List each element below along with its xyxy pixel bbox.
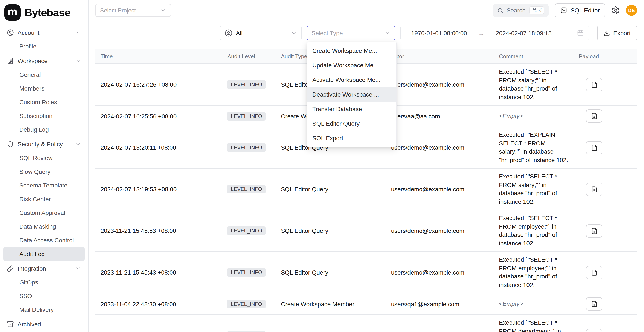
search-icon [497,7,504,13]
actor-filter-value: All [236,30,242,36]
user-avatar[interactable]: DE [626,5,637,16]
payload-button[interactable] [586,78,602,91]
dropdown-option-sql-export[interactable]: SQL Export [307,131,396,146]
project-select[interactable]: Select Project [96,4,171,17]
cell-payload [574,252,637,293]
sidebar-item-custom-roles[interactable]: Custom Roles [4,95,85,109]
sidebar-item-sql-review[interactable]: SQL Review [4,151,85,165]
cell-actor: users/demo@example.com [386,127,494,168]
topbar: Select Project Search ⌘ K SQL Editor DE [88,0,644,20]
bytebase-app: m Bytebase AccountProfileWorkspaceGenera… [0,0,644,332]
sidebar-item-mail-delivery[interactable]: Mail Delivery [4,303,85,317]
type-select[interactable]: Select Type [307,26,395,40]
payload-button[interactable] [586,109,602,123]
date-to: 2024-02-07 18:09:13 [496,30,552,36]
column-header-comment: Comment [494,49,574,64]
bytebase-logo-icon: m [4,4,20,20]
cell-audit-level: LEVEL_INFO [222,127,276,168]
cell-audit-level: LEVEL_INFO [222,105,276,127]
sidebar-item-data-access-control[interactable]: Data Access Control [4,233,85,247]
cell-payload [574,64,637,105]
cell-actor: users/aa@aa.com [386,105,494,127]
dropdown-option-deactivate-workspace[interactable]: Deactivate Workspace ... [307,87,396,102]
cell-comment: Executed `"SELECT * FROM salary;"` in da… [494,168,574,210]
cell-audit-level: LEVEL_INFO [222,210,276,252]
file-icon [591,301,598,307]
dropdown-option-update-workspace-me[interactable]: Update Workspace Me... [307,58,396,72]
sidebar-section-label: Account [18,29,39,36]
file-icon [591,81,598,88]
cell-audit-level: LEVEL_INFO [222,252,276,293]
settings-gear-icon[interactable] [611,6,620,14]
sidebar-item-audit-log[interactable]: Audit Log [4,247,85,261]
cell-time: 2023-11-04 21:26:34 +08:00 [96,315,222,332]
sidebar-item-risk-center[interactable]: Risk Center [4,192,85,206]
table-row: 2023-11-04 22:48:30 +08:00LEVEL_INFOCrea… [96,293,637,315]
file-icon [591,186,598,192]
empty-comment: <Empty> [499,300,523,307]
level-badge: LEVEL_INFO [228,331,266,332]
sidebar-item-subscription[interactable]: Subscription [4,109,85,123]
sidebar-item-profile[interactable]: Profile [4,39,85,53]
sidebar-section-integration[interactable]: Integration [4,262,85,275]
sidebar-section-archived[interactable]: Archived [4,318,85,331]
chevron-down-icon [75,58,81,64]
dropdown-option-transfer-database[interactable]: Transfer Database [307,102,396,116]
archive-icon [7,321,14,328]
date-range-picker[interactable]: 1970-01-01 08:00:00 → 2024-02-07 18:09:1… [400,26,590,40]
sidebar-item-general[interactable]: General [4,68,85,81]
bytebase-logo[interactable]: m Bytebase [4,3,85,25]
chevron-down-icon [75,141,81,147]
project-select-placeholder: Select Project [100,7,136,13]
chevron-down-icon [160,7,166,13]
sidebar-item-gitops[interactable]: GitOps [4,275,85,289]
payload-button[interactable] [586,224,602,237]
payload-button[interactable] [586,141,602,154]
sidebar-item-data-masking[interactable]: Data Masking [4,220,85,233]
sidebar-item-slow-query[interactable]: Slow Query [4,165,85,178]
cell-time: 2024-02-07 13:20:11 +08:00 [96,127,222,168]
calendar-icon [577,30,584,36]
dropdown-option-create-workspace-me[interactable]: Create Workspace Me... [307,43,396,58]
dropdown-option-activate-workspace-me[interactable]: Activate Workspace Me... [307,72,396,87]
sidebar-section-security-policy[interactable]: Security & Policy [4,137,85,151]
sidebar-item-debug-log[interactable]: Debug Log [4,123,85,136]
sidebar-section-workspace[interactable]: Workspace [4,54,85,68]
cell-comment: Executed `"SELECT * FROM employee;"` in … [494,252,574,293]
sidebar-item-sso[interactable]: SSO [4,289,85,303]
column-header-time: Time [96,49,222,64]
search-input[interactable]: Search ⌘ K [493,4,548,17]
sidebar-section-label: Integration [18,265,46,272]
level-badge: LEVEL_INFO [228,80,266,89]
file-icon [591,269,598,276]
cell-actor: users/qa1@example.com [386,293,494,315]
sidebar-item-schema-template[interactable]: Schema Template [4,178,85,192]
sidebar-section-account[interactable]: Account [4,26,85,39]
user-circle-icon [7,29,14,36]
export-button[interactable]: Export [597,26,637,40]
payload-button[interactable] [586,182,602,196]
cell-time: 2024-02-07 13:19:53 +08:00 [96,168,222,210]
sidebar-item-members[interactable]: Members [4,81,85,95]
type-dropdown: Create Workspace Me...Update Workspace M… [307,42,396,147]
payload-button[interactable] [586,266,602,279]
cell-actor: users/demo@example.com [386,315,494,332]
sql-editor-button[interactable]: SQL Editor [555,3,605,17]
sql-editor-label: SQL Editor [570,7,600,14]
cell-actor: users/demo@example.com [386,168,494,210]
cell-comment: <Empty> [494,293,574,315]
payload-button[interactable] [586,297,602,311]
column-header-actor: Actor [386,49,494,64]
actor-filter-select[interactable]: All [220,26,302,40]
file-icon [591,228,598,234]
cell-comment: <Empty> [494,105,574,127]
column-header-payload: Payload [574,49,637,64]
dropdown-option-sql-editor-query[interactable]: SQL Editor Query [307,116,396,131]
payload-button[interactable] [586,329,602,332]
level-badge: LEVEL_INFO [228,268,266,277]
level-badge: LEVEL_INFO [228,185,266,193]
chevron-down-icon [384,30,390,36]
cell-audit-type: SQL Editor Query [276,168,386,210]
sidebar-item-custom-approval[interactable]: Custom Approval [4,206,85,220]
sidebar-section-label: Security & Policy [18,141,63,148]
